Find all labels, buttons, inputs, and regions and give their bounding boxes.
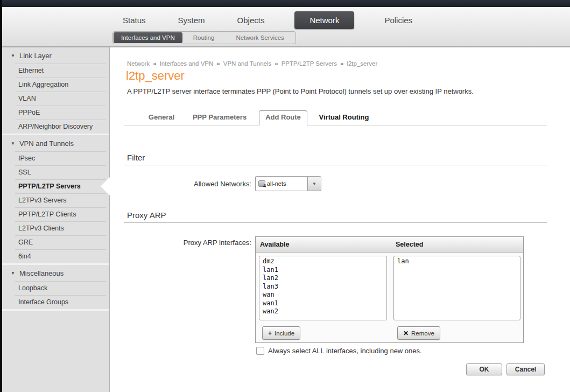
sidebar-section-vpn-and-tunnels: ▼VPN and TunnelsIPsecSSLPPTP/L2TP Server… (2, 135, 109, 265)
selected-item-arrow (101, 177, 110, 195)
remove-button[interactable]: ✕ Remove (397, 326, 440, 340)
breadcrumb-separator: » (340, 60, 343, 67)
sidebar-item-pppoe[interactable]: PPPoE (2, 106, 109, 120)
breadcrumb-item-vpn-and-tunnels[interactable]: VPN and Tunnels (223, 60, 272, 67)
tab-ppp-parameters[interactable]: PPP Parameters (193, 113, 247, 121)
breadcrumb-item-interfaces-and-vpn[interactable]: Interfaces and VPN (160, 60, 214, 67)
filter-section-heading: Filter (127, 153, 145, 162)
triangle-collapse-icon: ▼ (11, 271, 15, 276)
proxy-arp-section-rule (124, 222, 547, 223)
nav-item-system[interactable]: System (176, 11, 207, 29)
tab-underline (124, 125, 547, 125)
page-title: l2tp_server (126, 69, 185, 83)
dual-listbox-header: Available Selected (256, 237, 523, 253)
sidebar-section-title: VPN and Tunnels (19, 139, 74, 148)
allowed-networks-value: all-nets (267, 180, 286, 187)
sidebar-item-6in4[interactable]: 6in4 (2, 249, 109, 263)
selected-header: Selected (396, 241, 423, 248)
sidebar-item-gre[interactable]: GRE (2, 235, 109, 249)
sidebar-item-interface-groups[interactable]: Interface Groups (2, 295, 109, 309)
tab-virtual-routing[interactable]: Virtual Routing (319, 113, 369, 121)
sidebar-section-header-vpn-and-tunnels[interactable]: ▼VPN and Tunnels (2, 135, 109, 151)
breadcrumb: Network»Interfaces and VPN»VPN and Tunne… (127, 60, 377, 67)
main-content: Network»Interfaces and VPN»VPN and Tunne… (110, 47, 570, 392)
proxy-arp-dual-listbox: Available Selected dmzlan1lan2lan3wanwan… (255, 236, 524, 343)
sidebar-item-link-aggregation[interactable]: Link Aggregation (2, 78, 109, 92)
available-option-wan[interactable]: wan (259, 291, 386, 299)
sidebar-item-l2tpv3-servers[interactable]: L2TPv3 Servers (2, 193, 109, 207)
sidebar-item-ipsec[interactable]: IPsec (2, 151, 109, 165)
top-black-bar (0, 0, 570, 7)
available-option-dmz[interactable]: dmz (259, 257, 386, 266)
selected-option-lan[interactable]: lan (394, 257, 520, 266)
app-window: StatusSystemObjectsNetworkPolicies Inter… (0, 0, 570, 392)
sidebar: ▼Link LayerEthernetLink AggregationVLANP… (2, 47, 110, 392)
nav-item-status[interactable]: Status (121, 11, 148, 29)
ok-button[interactable]: OK (466, 363, 502, 375)
proxy-arp-section-heading: Proxy ARP (127, 211, 166, 220)
allowed-networks-label: Allowed Networks: (110, 180, 251, 188)
sidebar-item-loopback[interactable]: Loopback (2, 281, 109, 295)
ip4-network-icon: 4 (258, 180, 265, 187)
dropdown-arrow-button[interactable]: ▼ (307, 176, 321, 191)
sidebar-section-title: Link Layer (19, 52, 52, 60)
sidebar-item-arp-neighbor-discovery[interactable]: ARP/Neighbor Discovery (2, 120, 109, 134)
cancel-button[interactable]: Cancel (506, 363, 545, 375)
breadcrumb-separator: » (216, 60, 220, 67)
page-description: A PPTP/L2TP server interface terminates … (127, 87, 474, 95)
nav-item-policies[interactable]: Policies (382, 11, 414, 29)
sub-nav: Interfaces and VPNRoutingNetwork Service… (112, 31, 296, 44)
available-header: Available (260, 241, 289, 248)
header: StatusSystemObjectsNetworkPolicies Inter… (2, 7, 570, 47)
cross-icon: ✕ (403, 330, 409, 337)
triangle-collapse-icon: ▼ (11, 141, 15, 146)
include-button[interactable]: + Include (262, 326, 300, 340)
sidebar-item-l2tpv3-clients[interactable]: L2TPv3 Clients (2, 221, 109, 235)
available-option-lan3[interactable]: lan3 (259, 283, 386, 291)
available-option-lan2[interactable]: lan2 (259, 274, 386, 283)
sidebar-section-title: Miscellaneous (19, 269, 64, 277)
filter-section-rule (124, 165, 547, 165)
left-edge-strip (0, 0, 2, 392)
sidebar-item-pptp-l2tp-servers[interactable]: PPTP/L2TP Servers (2, 179, 109, 193)
subnav-item-interfaces-and-vpn[interactable]: Interfaces and VPN (114, 32, 182, 43)
breadcrumb-item-network[interactable]: Network (127, 60, 150, 67)
tab-add-route[interactable]: Add Route (265, 113, 301, 121)
always-select-label: Always select ALL interfaces, including … (268, 347, 422, 355)
sidebar-section-miscellaneous: ▼MiscellaneousLoopbackInterface Groups (2, 265, 109, 311)
allowed-networks-dropdown[interactable]: 4 all-nets ▼ (255, 176, 321, 191)
breadcrumb-item-pptp-l2tp-servers[interactable]: PPTP/L2TP Servers (282, 60, 337, 67)
subnav-item-network-services[interactable]: Network Services (225, 32, 294, 43)
sidebar-item-pptp-l2tp-clients[interactable]: PPTP/L2TP Clients (2, 207, 109, 221)
triangle-collapse-icon: ▼ (11, 53, 15, 58)
proxy-arp-interfaces-label: Proxy ARP interfaces: (110, 239, 251, 247)
sidebar-section-header-link-layer[interactable]: ▼Link Layer (2, 47, 109, 64)
chevron-down-icon: ▼ (312, 181, 316, 186)
subnav-item-routing[interactable]: Routing (182, 32, 226, 43)
plus-icon: + (268, 330, 272, 337)
breadcrumb-separator: » (275, 60, 278, 67)
sidebar-item-ethernet[interactable]: Ethernet (2, 64, 109, 78)
sidebar-item-vlan[interactable]: VLAN (2, 92, 109, 106)
breadcrumb-item-l2tp-server: l2tp_server (347, 60, 377, 67)
always-select-row: Always select ALL interfaces, including … (256, 347, 422, 355)
tab-general[interactable]: General (149, 113, 174, 121)
sidebar-section-header-miscellaneous[interactable]: ▼Miscellaneous (2, 265, 109, 281)
available-option-wan2[interactable]: wan2 (259, 307, 386, 316)
allowed-networks-field[interactable]: 4 all-nets (255, 176, 307, 191)
main-nav: StatusSystemObjectsNetworkPolicies (121, 11, 414, 29)
nav-item-objects[interactable]: Objects (235, 11, 267, 29)
selected-listbox[interactable]: lan (393, 256, 520, 320)
sidebar-item-ssl[interactable]: SSL (2, 165, 109, 179)
nav-item-network[interactable]: Network (294, 11, 354, 29)
always-select-checkbox[interactable] (256, 347, 264, 355)
breadcrumb-separator: » (153, 60, 156, 67)
available-option-wan1[interactable]: wan1 (259, 299, 386, 308)
available-listbox[interactable]: dmzlan1lan2lan3wanwan1wan2 (259, 256, 387, 320)
available-option-lan1[interactable]: lan1 (259, 266, 386, 275)
sidebar-section-link-layer: ▼Link LayerEthernetLink AggregationVLANP… (2, 47, 109, 135)
